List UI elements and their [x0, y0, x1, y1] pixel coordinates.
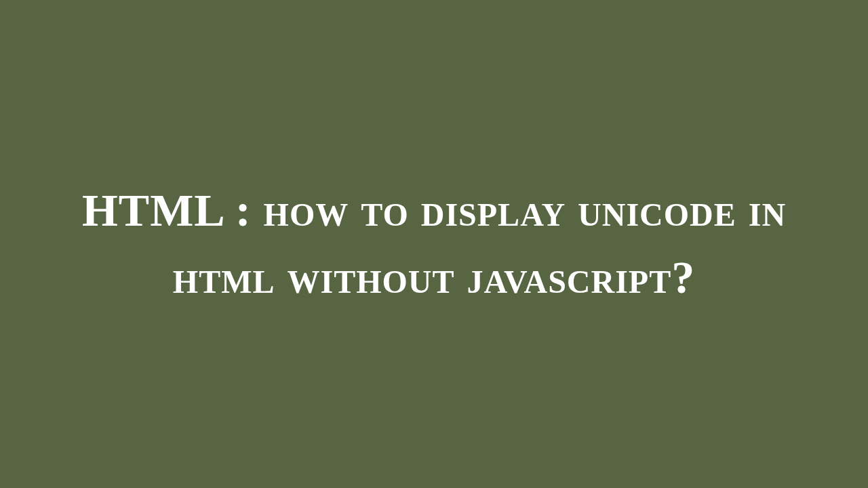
title-prefix: HTML :	[82, 184, 264, 236]
title-question: how to display unicode in html without j…	[173, 184, 786, 303]
title-text: HTML : how to display unicode in html wi…	[54, 177, 814, 310]
title-card: HTML : how to display unicode in html wi…	[0, 177, 868, 310]
